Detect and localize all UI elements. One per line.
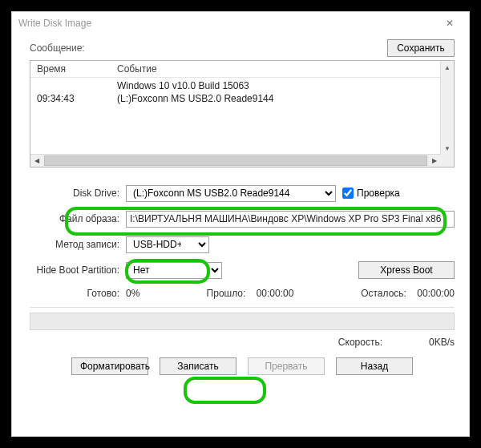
scroll-down-icon[interactable]: ▼ [441,142,454,155]
disk-drive-label: Disk Drive: [30,188,126,199]
scroll-up-icon[interactable]: ▲ [441,61,454,74]
speed-label: Скорость: [338,337,382,348]
save-button[interactable]: Сохранить [387,39,455,57]
write-method-label: Метод записи: [30,239,126,250]
speed-value: 0KB/s [406,337,455,348]
remain-label: Осталось: [361,288,406,299]
xpress-boot-button[interactable]: Xpress Boot [358,261,455,279]
verify-checkbox[interactable] [342,188,354,199]
close-icon[interactable]: ✕ [432,12,467,34]
vertical-scrollbar[interactable]: ▲ ▼ [440,61,454,155]
write-button[interactable]: Записать [160,357,236,375]
abort-button: Прервать [248,357,325,375]
log-header-event: Событие [117,63,441,75]
elapsed-value: 00:00:00 [257,288,294,299]
format-button[interactable]: Форматировать [71,357,148,375]
remain-value: 00:00:00 [417,288,455,299]
ready-label: Готово: [30,288,126,299]
image-file-path: I:\ВИРТУАЛЬНЯ МАШИНА\Виндовс XP\Windows … [126,211,455,228]
verify-checkbox-group[interactable]: Проверка [342,188,400,199]
log-row: Windows 10 v10.0 Build 15063 [37,79,441,92]
progress-bar [30,313,455,330]
disk-drive-select[interactable]: (L:)Foxconn MS USB2.0 Reade9144 [126,185,336,202]
log-row: 09:34:43 (L:)Foxconn MS USB2.0 Reade9144 [37,92,441,105]
verify-label: Проверка [357,188,400,199]
write-method-select[interactable]: USB-HDD+ [126,236,209,253]
log-panel: Время Событие Windows 10 v10.0 Build 150… [30,60,455,167]
hide-boot-select[interactable]: Нет [126,262,222,279]
scroll-right-icon[interactable]: ▶ [428,157,441,164]
horizontal-scrollbar[interactable]: ◀ ▶ [30,154,441,167]
image-file-label: Файл образа: [30,213,126,224]
titlebar: Write Disk Image ✕ [12,12,469,34]
message-label: Сообщение: [30,42,85,54]
back-button[interactable]: Назад [336,357,413,375]
window-title: Write Disk Image [18,18,91,29]
hide-boot-label: Hide Boot Partition: [30,264,126,276]
scroll-thumb[interactable] [44,155,427,166]
log-header-time: Время [37,63,117,75]
write-disk-image-window: Write Disk Image ✕ Сообщение: Сохранить … [11,11,470,437]
scroll-left-icon[interactable]: ◀ [30,157,43,164]
progress-percent: 0% [126,288,174,299]
elapsed-label: Прошло: [207,288,246,299]
